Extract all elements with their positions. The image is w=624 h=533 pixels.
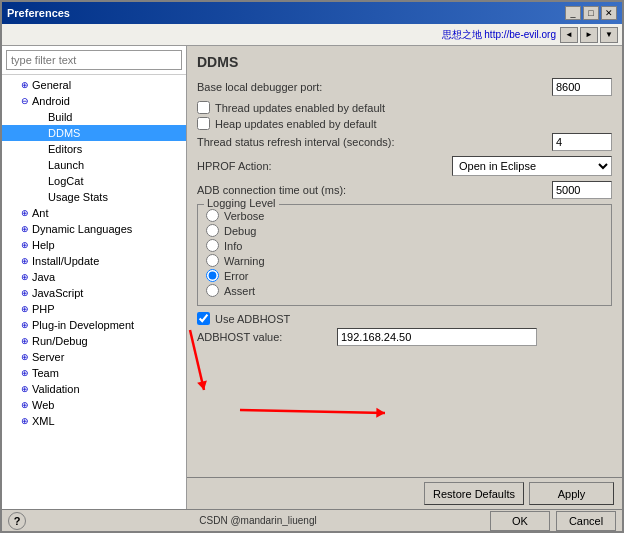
sidebar-item-java[interactable]: ⊕Java xyxy=(2,269,186,285)
logging-radio-error[interactable] xyxy=(206,269,219,282)
thread-refresh-input[interactable] xyxy=(552,133,612,151)
expand-icon-plugindev: ⊕ xyxy=(18,318,32,332)
logging-label-debug: Debug xyxy=(224,225,256,237)
sidebar-item-server[interactable]: ⊕Server xyxy=(2,349,186,365)
sidebar-label-xml: XML xyxy=(32,415,55,427)
thread-updates-label: Thread updates enabled by default xyxy=(215,102,385,114)
copyright-text: CSDN @mandarin_liuengl xyxy=(199,515,316,526)
sidebar-item-android[interactable]: ⊖Android xyxy=(2,93,186,109)
heap-updates-checkbox[interactable] xyxy=(197,117,210,130)
logging-label-warning: Warning xyxy=(224,255,265,267)
sidebar-label-plugindev: Plug-in Development xyxy=(32,319,134,331)
expand-icon-ant: ⊕ xyxy=(18,206,32,220)
sidebar-item-launch[interactable]: Launch xyxy=(2,157,186,173)
sidebar-item-javascript[interactable]: ⊕JavaScript xyxy=(2,285,186,301)
close-button[interactable]: ✕ xyxy=(601,6,617,20)
sidebar-item-rundebug[interactable]: ⊕Run/Debug xyxy=(2,333,186,349)
cancel-button[interactable]: Cancel xyxy=(556,511,616,531)
sidebar-item-plugindev[interactable]: ⊕Plug-in Development xyxy=(2,317,186,333)
sidebar-item-ddms[interactable]: DDMS xyxy=(2,125,186,141)
ok-button[interactable]: OK xyxy=(490,511,550,531)
sidebar-label-rundebug: Run/Debug xyxy=(32,335,88,347)
dropdown-button[interactable]: ▼ xyxy=(600,27,618,43)
forward-button[interactable]: ► xyxy=(580,27,598,43)
hprof-row: HPROF Action: Open in Eclipse Open in ex… xyxy=(197,156,612,176)
logging-option-verbose: Verbose xyxy=(206,209,603,222)
logging-radio-debug[interactable] xyxy=(206,224,219,237)
sidebar-label-logcat: LogCat xyxy=(48,175,83,187)
preferences-window: Preferences _ □ ✕ 思想之地 http://be-evil.or… xyxy=(0,0,624,533)
sidebar-label-general: General xyxy=(32,79,71,91)
expand-icon-installupdate: ⊕ xyxy=(18,254,32,268)
adbhost-value-row: ADBHOST value: xyxy=(197,328,612,346)
expand-icon-help: ⊕ xyxy=(18,238,32,252)
sidebar-item-team[interactable]: ⊕Team xyxy=(2,365,186,381)
logging-radio-warning[interactable] xyxy=(206,254,219,267)
filter-input[interactable] xyxy=(6,50,182,70)
hprof-select[interactable]: Open in Eclipse Open in external viewer xyxy=(452,156,612,176)
adb-timeout-input[interactable] xyxy=(552,181,612,199)
sidebar-label-javascript: JavaScript xyxy=(32,287,83,299)
restore-defaults-button[interactable]: Restore Defaults xyxy=(424,482,524,505)
help-button[interactable]: ? xyxy=(8,512,26,530)
sidebar-item-build[interactable]: Build xyxy=(2,109,186,125)
expand-icon-editors xyxy=(34,142,48,156)
base-port-input[interactable] xyxy=(552,78,612,96)
logging-radio-verbose[interactable] xyxy=(206,209,219,222)
section-title: DDMS xyxy=(187,46,622,74)
expand-icon-php: ⊕ xyxy=(18,302,32,316)
sidebar-item-help[interactable]: ⊕Help xyxy=(2,237,186,253)
sidebar-label-php: PHP xyxy=(32,303,55,315)
sidebar-label-build: Build xyxy=(48,111,72,123)
sidebar-item-editors[interactable]: Editors xyxy=(2,141,186,157)
sidebar-label-server: Server xyxy=(32,351,64,363)
left-panel: ⊕General⊖Android Build DDMS Editors Laun… xyxy=(2,46,187,509)
logging-option-warning: Warning xyxy=(206,254,603,267)
sidebar-item-ant[interactable]: ⊕Ant xyxy=(2,205,186,221)
sidebar-label-android: Android xyxy=(32,95,70,107)
logging-option-error: Error xyxy=(206,269,603,282)
sidebar-label-dynamiclang: Dynamic Languages xyxy=(32,223,132,235)
sidebar-item-general[interactable]: ⊕General xyxy=(2,77,186,93)
right-panel: DDMS Base local debugger port: Thread up… xyxy=(187,46,622,509)
restore-apply-row: Restore Defaults Apply xyxy=(187,477,622,509)
tree-area: ⊕General⊖Android Build DDMS Editors Laun… xyxy=(2,75,186,509)
sidebar-item-web[interactable]: ⊕Web xyxy=(2,397,186,413)
sidebar-item-dynamiclang[interactable]: ⊕Dynamic Languages xyxy=(2,221,186,237)
window-title: Preferences xyxy=(7,7,70,19)
sidebar-label-java: Java xyxy=(32,271,55,283)
adbhost-value-input[interactable] xyxy=(337,328,537,346)
minimize-button[interactable]: _ xyxy=(565,6,581,20)
sidebar-label-validation: Validation xyxy=(32,383,80,395)
expand-icon-javascript: ⊕ xyxy=(18,286,32,300)
logging-group: Logging Level VerboseDebugInfoWarningErr… xyxy=(197,204,612,306)
sidebar-label-editors: Editors xyxy=(48,143,82,155)
back-button[interactable]: ◄ xyxy=(560,27,578,43)
sidebar-item-usagestats[interactable]: Usage Stats xyxy=(2,189,186,205)
logging-option-info: Info xyxy=(206,239,603,252)
expand-icon-usagestats xyxy=(34,190,48,204)
logging-radio-info[interactable] xyxy=(206,239,219,252)
sidebar-item-logcat[interactable]: LogCat xyxy=(2,173,186,189)
logging-option-assert: Assert xyxy=(206,284,603,297)
maximize-button[interactable]: □ xyxy=(583,6,599,20)
sidebar-item-php[interactable]: ⊕PHP xyxy=(2,301,186,317)
expand-icon-build xyxy=(34,110,48,124)
thread-updates-checkbox[interactable] xyxy=(197,101,210,114)
expand-icon-validation: ⊕ xyxy=(18,382,32,396)
sidebar-item-xml[interactable]: ⊕XML xyxy=(2,413,186,429)
sidebar-item-installupdate[interactable]: ⊕Install/Update xyxy=(2,253,186,269)
adb-timeout-label: ADB connection time out (ms): xyxy=(197,184,552,196)
use-adbhost-checkbox[interactable] xyxy=(197,312,210,325)
sidebar-item-validation[interactable]: ⊕Validation xyxy=(2,381,186,397)
ok-cancel-row: OK Cancel xyxy=(490,511,616,531)
title-bar: Preferences _ □ ✕ xyxy=(2,2,622,24)
logging-radios: VerboseDebugInfoWarningErrorAssert xyxy=(206,209,603,297)
logging-group-title: Logging Level xyxy=(204,197,279,209)
status-bar: ? CSDN @mandarin_liuengl OK Cancel xyxy=(2,509,622,531)
apply-button[interactable]: Apply xyxy=(529,482,614,505)
toolbar: 思想之地 http://be-evil.org ◄ ► ▼ xyxy=(2,24,622,46)
nav-buttons: ◄ ► ▼ xyxy=(560,27,618,43)
logging-label-assert: Assert xyxy=(224,285,255,297)
logging-radio-assert[interactable] xyxy=(206,284,219,297)
